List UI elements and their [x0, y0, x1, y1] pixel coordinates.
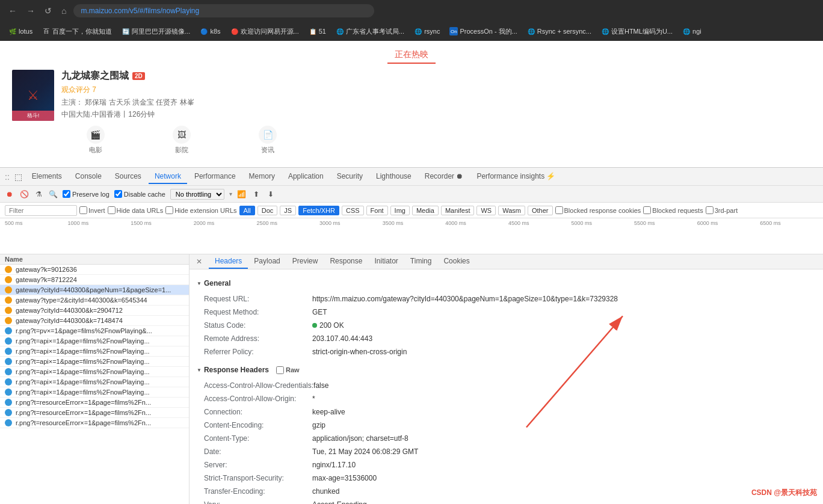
- preserve-log-checkbox[interactable]: Preserve log: [63, 190, 109, 198]
- invert-input[interactable]: [79, 206, 87, 214]
- devtools-inspect-icon[interactable]: ⬚: [14, 172, 22, 182]
- movie-action-cinema[interactable]: 🖼 影院: [173, 126, 191, 155]
- filter-css[interactable]: CSS: [342, 206, 364, 215]
- back-button[interactable]: ←: [6, 5, 19, 17]
- details-tab-payload[interactable]: Payload: [248, 254, 286, 269]
- address-bar[interactable]: m.maizuo.com/v5/#/films/nowPlaying: [73, 4, 374, 17]
- tab-recorder[interactable]: Recorder ⏺: [419, 170, 470, 184]
- filter-other[interactable]: Other: [528, 206, 553, 215]
- filter-input[interactable]: [5, 205, 77, 216]
- filter-doc[interactable]: Doc: [257, 206, 278, 215]
- tab-performance-insights[interactable]: Performance insights ⚡: [470, 170, 561, 184]
- bookmark-rsync2[interactable]: 🌐 Rsync + sersync...: [523, 25, 595, 37]
- preserve-log-input[interactable]: [63, 190, 70, 198]
- movie-action-news[interactable]: 📄 资讯: [259, 126, 277, 155]
- wifi-icon[interactable]: 📶: [237, 189, 247, 199]
- bookmark-netease[interactable]: 🔴 欢迎访问网易开源...: [227, 25, 303, 38]
- throttle-select[interactable]: No throttling: [170, 189, 224, 200]
- request-item-2[interactable]: gateway?k=8712224: [0, 275, 189, 285]
- request-item-10[interactable]: r.png?t=api×=1&page=films%2FnowPlaying..…: [0, 357, 189, 367]
- home-button[interactable]: ⌂: [59, 5, 69, 17]
- record-button[interactable]: ⏺: [5, 189, 14, 199]
- third-party-input[interactable]: [706, 206, 714, 214]
- filter-font[interactable]: Font: [366, 206, 388, 215]
- hide-ext-urls-input[interactable]: [165, 206, 173, 214]
- bookmark-alibaba[interactable]: 🔄 阿里巴巴开源镜像...: [118, 25, 194, 38]
- movie-action-film[interactable]: 🎬 电影: [87, 126, 105, 155]
- disable-cache-input[interactable]: [114, 190, 122, 198]
- tab-lighthouse[interactable]: Lighthouse: [370, 170, 418, 184]
- bookmark-processon[interactable]: On ProcessOn - 我的...: [446, 25, 520, 38]
- request-item-16[interactable]: r.png?t=resourceError×=1&page=films%2Fn.…: [0, 418, 189, 428]
- general-section-header[interactable]: ▼ General: [197, 277, 816, 290]
- bookmark-k8s[interactable]: 🔵 k8s: [196, 25, 224, 37]
- request-item-4[interactable]: gateway?type=2&cityId=440300&k=6545344: [0, 295, 189, 306]
- details-tab-cookies[interactable]: Cookies: [437, 254, 475, 269]
- clear-button[interactable]: 🚫: [19, 189, 29, 199]
- filter-ws[interactable]: WS: [476, 206, 496, 215]
- request-item-1[interactable]: gateway?k=9012636: [0, 265, 189, 275]
- bookmark-lotus[interactable]: 🌿 lotus: [5, 25, 36, 37]
- details-tab-initiator[interactable]: Initiator: [368, 254, 404, 269]
- forward-button[interactable]: →: [24, 5, 37, 17]
- filter-icon[interactable]: ⚗: [34, 189, 43, 199]
- bookmark-51[interactable]: 📋 51: [305, 25, 330, 37]
- request-item-14[interactable]: r.png?t=resourceError×=1&page=films%2Fn.…: [0, 398, 189, 408]
- bookmark-rsync[interactable]: 🌐 rsync: [410, 25, 443, 37]
- reload-button[interactable]: ↺: [42, 5, 54, 17]
- details-tab-timing[interactable]: Timing: [404, 254, 438, 269]
- filter-all[interactable]: All: [239, 206, 255, 215]
- invert-checkbox[interactable]: Invert: [79, 206, 105, 214]
- request-item-6[interactable]: gateway?cityId=440300&k=7148474: [0, 316, 189, 326]
- request-item-7[interactable]: r.png?t=pv×=1&page=films%2FnowPlaying&..…: [0, 326, 189, 336]
- hide-data-urls-checkbox[interactable]: Hide data URLs: [108, 206, 164, 214]
- filter-img[interactable]: Img: [390, 206, 410, 215]
- filter-wasm[interactable]: Wasm: [498, 206, 525, 215]
- filter-media[interactable]: Media: [412, 206, 439, 215]
- tab-performance[interactable]: Performance: [188, 170, 242, 184]
- request-item-15[interactable]: r.png?t=resourceError×=1&page=films%2Fn.…: [0, 408, 189, 418]
- hide-data-urls-input[interactable]: [108, 206, 116, 214]
- blocked-requests-input[interactable]: [643, 206, 651, 214]
- tab-sources[interactable]: Sources: [109, 170, 147, 184]
- filter-js[interactable]: JS: [280, 206, 296, 215]
- bookmark-html[interactable]: 🌐 设置HTML编码为U...: [597, 25, 676, 38]
- request-item-3[interactable]: gateway?cityId=440300&pageNum=1&pageSize…: [0, 285, 189, 295]
- film-label: 电影: [89, 146, 102, 155]
- bookmark-baidu[interactable]: 百 百度一下，你就知道: [39, 25, 116, 38]
- raw-input[interactable]: [276, 366, 284, 374]
- tab-security[interactable]: Security: [331, 170, 369, 184]
- request-item-9[interactable]: r.png?t=api×=1&page=films%2FnowPlaying..…: [0, 346, 189, 357]
- bookmark-nginx[interactable]: 🌐 ngi: [679, 25, 705, 37]
- search-button[interactable]: 🔍: [48, 189, 58, 199]
- details-tab-preview[interactable]: Preview: [286, 254, 324, 269]
- close-details-button[interactable]: ✕: [194, 257, 204, 266]
- tab-network[interactable]: Network: [149, 170, 187, 184]
- blocked-cookies-input[interactable]: [555, 206, 563, 214]
- filter-manifest[interactable]: Manifest: [441, 206, 475, 215]
- tab-console[interactable]: Console: [69, 170, 108, 184]
- download-icon[interactable]: ⬇: [266, 189, 276, 199]
- raw-checkbox[interactable]: Raw: [276, 366, 300, 374]
- hide-ext-urls-checkbox[interactable]: Hide extension URLs: [165, 206, 236, 214]
- details-tab-headers[interactable]: Headers: [209, 254, 248, 269]
- request-item-5[interactable]: gateway?cityId=440300&k=2904712: [0, 306, 189, 316]
- third-party-checkbox[interactable]: 3rd-part: [706, 206, 738, 214]
- request-item-8[interactable]: r.png?t=api×=1&page=films%2FnowPlaying..…: [0, 336, 189, 346]
- request-item-11[interactable]: r.png?t=api×=1&page=films%2FnowPlaying..…: [0, 367, 189, 377]
- tab-elements[interactable]: Elements: [26, 170, 68, 184]
- details-tab-response[interactable]: Response: [324, 254, 368, 269]
- nav-now-playing[interactable]: 正在热映: [387, 47, 436, 64]
- upload-icon[interactable]: ⬆: [251, 189, 261, 199]
- cinema-label: 影院: [175, 146, 188, 155]
- bookmark-gd[interactable]: 🌐 广东省人事考试局...: [332, 25, 408, 38]
- blocked-cookies-checkbox[interactable]: Blocked response cookies: [555, 206, 641, 214]
- request-item-13[interactable]: r.png?t=api×=1&page=films%2FnowPlaying..…: [0, 387, 189, 398]
- blocked-requests-checkbox[interactable]: Blocked requests: [643, 206, 703, 214]
- filter-fetch-xhr[interactable]: Fetch/XHR: [298, 206, 339, 215]
- request-item-12[interactable]: r.png?t=api×=1&page=films%2FnowPlaying..…: [0, 377, 189, 387]
- tab-application[interactable]: Application: [282, 170, 330, 184]
- response-section-header[interactable]: ▼ Response Headers Raw: [197, 363, 816, 376]
- tab-memory[interactable]: Memory: [243, 170, 281, 184]
- disable-cache-checkbox[interactable]: Disable cache: [114, 190, 165, 198]
